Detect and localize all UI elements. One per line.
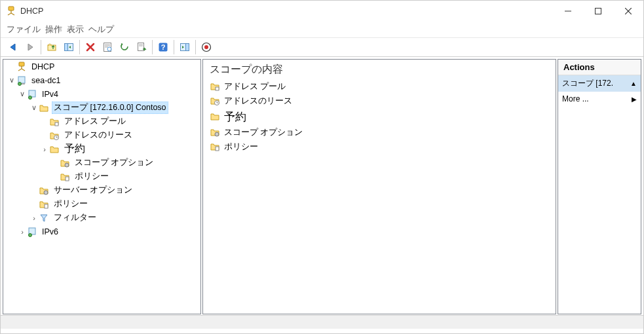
tree-label: スコープ [172.16.0.0] Contoso xyxy=(52,102,168,114)
tree-scopeoptions[interactable]: スコープ オプション xyxy=(3,156,200,170)
menu-action[interactable]: 操作 xyxy=(43,22,64,37)
detail-header: スコープの内容 xyxy=(203,60,556,79)
status-bar xyxy=(1,315,643,329)
tree-label: 予約 xyxy=(62,142,87,156)
tree-leases[interactable]: アドレスのリース xyxy=(3,128,200,142)
svg-rect-0 xyxy=(9,7,14,10)
detail-item-addresspool[interactable]: アドレス プール xyxy=(203,79,556,94)
collapse-up-icon[interactable]: ▲ xyxy=(630,80,637,87)
ipv4-icon xyxy=(27,89,37,100)
menu-file[interactable]: ファイル xyxy=(5,22,43,37)
tree-label: サーバー オプション xyxy=(52,185,134,196)
refresh-button[interactable] xyxy=(116,39,133,56)
tree-scope[interactable]: ∨ スコープ [172.16.0.0] Contoso xyxy=(3,101,200,115)
folder-doc-icon xyxy=(210,141,220,152)
tree-label: DHCP xyxy=(29,62,56,71)
folder-clock-icon xyxy=(210,96,220,106)
tree-label: sea-dc1 xyxy=(29,76,62,85)
folder-icon xyxy=(210,111,220,122)
tree-label: アドレスのリース xyxy=(62,130,134,141)
folder-icon xyxy=(39,103,49,113)
svg-rect-36 xyxy=(216,87,219,90)
tree-srvpolicies[interactable]: ポリシー xyxy=(3,197,200,211)
chevron-right-icon[interactable]: › xyxy=(18,228,27,236)
tree-ipv4[interactable]: ∨ IPv4 xyxy=(3,87,200,101)
folder-gear-icon xyxy=(210,127,220,138)
tree-policies[interactable]: ポリシー xyxy=(3,170,200,183)
app-icon xyxy=(6,6,16,16)
tree-label: アドレス プール xyxy=(62,116,128,127)
properties-button[interactable] xyxy=(99,39,116,56)
work-area: DHCP ∨ sea-dc1 ∨ IPv4 ∨ xyxy=(1,57,643,315)
action-label: スコープ [172. xyxy=(562,78,613,89)
detail-item-policies[interactable]: ポリシー xyxy=(203,139,556,154)
svg-rect-7 xyxy=(65,44,68,51)
svg-point-21 xyxy=(204,45,208,49)
record-button[interactable] xyxy=(198,39,215,56)
folder-icon xyxy=(49,144,60,155)
menu-bar: ファイル 操作 表示 ヘルプ xyxy=(1,22,643,37)
action-more-row[interactable]: More ... ▶ xyxy=(558,92,641,106)
menu-view[interactable]: 表示 xyxy=(65,22,86,37)
tree-serveroptions[interactable]: サーバー オプション xyxy=(3,183,200,197)
menu-help[interactable]: ヘルプ xyxy=(86,22,116,37)
action-scope-row[interactable]: スコープ [172. ▲ xyxy=(558,75,641,92)
svg-rect-13 xyxy=(138,43,144,51)
tree-label: フィルター xyxy=(52,212,98,223)
up-button[interactable] xyxy=(43,39,60,56)
chevron-down-icon[interactable]: ∨ xyxy=(29,103,39,112)
detail-label: スコープ オプション xyxy=(224,127,303,138)
chevron-right-icon[interactable]: ▶ xyxy=(632,96,637,103)
svg-point-35 xyxy=(29,233,32,236)
tree-reservations[interactable]: › 予約 xyxy=(3,142,200,156)
chevron-down-icon[interactable]: ∨ xyxy=(7,76,16,84)
export-list-button[interactable] xyxy=(133,39,150,56)
server-icon xyxy=(16,75,27,86)
svg-point-38 xyxy=(215,132,219,136)
maximize-button[interactable] xyxy=(583,1,613,21)
svg-point-27 xyxy=(29,96,32,99)
tree-server[interactable]: ∨ sea-dc1 xyxy=(3,73,200,87)
detail-item-leases[interactable]: アドレスのリース xyxy=(203,94,556,108)
folder-icon xyxy=(210,81,220,92)
folder-clock-icon xyxy=(49,130,60,141)
tree-label: ポリシー xyxy=(73,171,111,182)
tree-label: スコープ オプション xyxy=(73,157,155,168)
help-button[interactable]: ? xyxy=(155,39,172,56)
detail-label: アドレス プール xyxy=(224,81,286,92)
svg-point-30 xyxy=(65,163,69,167)
chevron-right-icon[interactable]: › xyxy=(40,145,49,153)
detail-item-scopeoptions[interactable]: スコープ オプション xyxy=(203,125,556,139)
chevron-right-icon[interactable]: › xyxy=(29,214,39,222)
title-bar: DHCP xyxy=(1,1,643,22)
chevron-down-icon[interactable]: ∨ xyxy=(18,90,27,98)
svg-rect-31 xyxy=(66,177,69,181)
tree-ipv6[interactable]: › IPv6 xyxy=(3,225,200,238)
action-label: More ... xyxy=(562,94,589,103)
toolbar-separator xyxy=(79,40,80,54)
minimize-button[interactable] xyxy=(553,1,583,21)
tree-pane[interactable]: DHCP ∨ sea-dc1 ∨ IPv4 ∨ xyxy=(3,59,201,314)
actions-header: Actions xyxy=(558,60,641,75)
forward-button[interactable] xyxy=(22,39,39,56)
close-button[interactable] xyxy=(613,1,643,21)
folder-icon xyxy=(49,117,60,127)
svg-rect-33 xyxy=(45,204,48,208)
toolbar-separator xyxy=(174,40,174,54)
delete-button[interactable] xyxy=(82,39,99,56)
filter-icon xyxy=(39,213,49,223)
detail-label: アドレスのリース xyxy=(224,96,292,107)
detail-item-reservations[interactable]: 予約 xyxy=(203,108,556,125)
tree-label: IPv4 xyxy=(40,90,60,99)
show-hide-tree-button[interactable] xyxy=(60,39,77,56)
tree-root-dhcp[interactable]: DHCP xyxy=(3,60,200,73)
svg-rect-39 xyxy=(216,147,219,151)
tree-addresspool[interactable]: アドレス プール xyxy=(3,115,200,128)
back-button[interactable] xyxy=(5,39,22,56)
svg-text:?: ? xyxy=(161,43,166,51)
action-pane: Actions スコープ [172. ▲ More ... ▶ xyxy=(558,59,641,314)
show-hide-action-pane-button[interactable] xyxy=(176,39,193,56)
detail-pane[interactable]: スコープの内容 アドレス プール アドレスのリース 予約 スコープ オプション … xyxy=(202,59,556,314)
detail-label: 予約 xyxy=(224,109,246,124)
tree-filters[interactable]: › フィルター xyxy=(3,211,200,225)
